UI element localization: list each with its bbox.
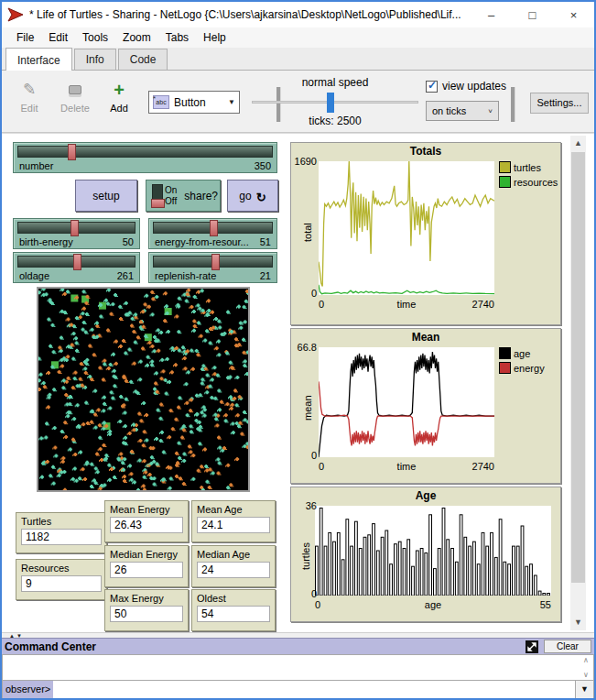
menu-tabs[interactable]: Tabs [158,29,196,46]
speed-slider[interactable] [252,101,418,104]
menu-tools[interactable]: Tools [75,29,115,46]
maximize-button[interactable]: □ [512,2,553,27]
slider-label: number [19,160,53,171]
legend-label: age [514,348,530,359]
tab-bar: Interface Info Code [2,48,594,71]
observer-prompt: observer> [3,681,53,698]
clear-button[interactable]: Clear [544,640,591,653]
y-axis-label: mean [302,395,313,421]
go-button[interactable]: go ↻ [227,180,278,212]
menu-help[interactable]: Help [196,29,233,46]
view-updates-checkbox[interactable]: view updates [426,80,506,93]
monitor-mean-age: Mean Age 24.1 [191,500,276,542]
plot-title: Mean [291,329,560,344]
vertical-scrollbar[interactable]: ▲ ▼ [570,136,586,630]
slider-label: birth-energy [19,236,73,247]
widget-type-dropdown[interactable]: abc Button ▼ [148,91,240,114]
delete-widget-button[interactable]: Delete [55,80,95,114]
command-center-splitter[interactable]: ▲▼ [2,632,594,638]
slider-energy-from-resource[interactable]: energy-from-resour...51 [148,218,277,249]
tab-code[interactable]: Code [118,49,168,70]
switch-name: share? [184,190,218,202]
add-widget-button[interactable]: + Add [99,80,139,114]
command-center-output[interactable]: ∧ ∨ [2,654,594,681]
window-title: * Life of Turtles - Sharing - NetLogo {C… [29,8,461,21]
close-button[interactable]: × [553,2,594,27]
legend-swatch [499,161,511,173]
legend-swatch [499,362,511,374]
slider-oldage[interactable]: oldage261 [13,252,140,283]
share-switch[interactable]: On Off share? [146,180,221,212]
x-axis-label: age [315,599,551,610]
command-input[interactable] [53,681,575,698]
slider-handle[interactable] [211,254,220,270]
slider-handle[interactable] [210,220,218,236]
world-canvas[interactable] [38,289,248,490]
tab-interface[interactable]: Interface [5,48,72,71]
edit-widget-button[interactable]: ✎ Edit [9,80,49,114]
netlogo-logo-icon [7,7,24,22]
switch-track[interactable] [152,184,163,208]
y-axis-min: 0 [293,450,317,461]
monitor-oldest: Oldest 54 [191,589,276,631]
y-axis-max: 1690 [293,156,317,167]
netlogo-window: * Life of Turtles - Sharing - NetLogo {C… [0,0,596,700]
button-widget-icon: abc [153,95,169,109]
monitor-resources: Resources 9 [16,559,107,600]
legend-label: energy [514,363,545,374]
scroll-up-icon[interactable]: ▲ [570,136,586,151]
slider-replenish-rate[interactable]: replenish-rate21 [148,252,277,283]
slider-birth-energy[interactable]: birth-energy50 [13,218,140,249]
slider-value: 261 [117,270,134,281]
monitor-turtles: Turtles 1182 [16,512,107,553]
splitter-arrows-icon[interactable]: ▲▼ [9,633,24,639]
scroll-down-icon[interactable]: ∨ [583,671,589,679]
expand-icon[interactable] [526,640,538,653]
update-mode-dropdown[interactable]: on ticks ˅ [426,101,499,121]
scrollbar-thumb[interactable] [571,152,585,583]
scroll-down-icon[interactable]: ▼ [570,615,586,630]
monitor-median-energy: Median Energy 26 [104,545,189,587]
scroll-up-icon[interactable]: ∧ [583,656,589,664]
settings-button[interactable]: Settings... [530,93,589,114]
slider-handle[interactable] [70,220,79,236]
monitor-value: 54 [197,606,270,622]
tab-info[interactable]: Info [74,49,116,70]
title-bar: * Life of Turtles - Sharing - NetLogo {C… [2,2,594,27]
output-scrollbar[interactable]: ∧ ∨ [580,655,592,680]
toolbar: ✎ Edit Delete + Add abc Button ▼ normal … [2,71,594,133]
plot-mean: Mean 66.8 0 mean 0 time 2740 ageenergy [290,328,561,484]
plot-totals: Totals 1690 0 total 0 time 2740 turtlesr… [290,142,561,325]
setup-button[interactable]: setup [75,180,137,212]
switch-on-label: On [165,185,177,196]
legend-label: turtles [514,162,541,173]
legend-swatch [499,176,511,188]
speed-slider-thumb[interactable] [327,93,334,113]
monitor-value: 1182 [21,529,102,545]
legend-label: resources [514,177,558,188]
plot-age: Age 36 0 turtles 0 age 55 [290,487,561,622]
y-axis-label: total [302,223,313,242]
menu-zoom[interactable]: Zoom [115,29,158,46]
monitor-value: 26 [110,562,183,578]
switch-handle[interactable] [151,199,165,208]
switch-off-label: Off [165,196,177,207]
toolbar-separator [511,87,515,122]
y-axis-label: turtles [300,542,311,570]
slider-handle[interactable] [68,144,76,160]
menu-edit[interactable]: Edit [41,29,75,46]
checkbox-checked-icon[interactable] [426,81,438,93]
slider-value: 21 [260,270,271,281]
menu-file[interactable]: File [9,29,41,46]
minimize-button[interactable]: – [471,2,512,27]
plot-title: Totals [291,143,560,158]
slider-number[interactable]: number350 [13,142,277,173]
ticks-counter: ticks: 2500 [252,115,418,127]
legend-swatch [499,347,511,359]
monitor-value: 50 [110,606,183,622]
history-dropdown-icon[interactable]: ▼ [575,681,593,698]
world-view[interactable] [37,287,250,492]
slider-label: oldage [19,270,49,281]
monitor-value: 24 [197,562,270,578]
slider-handle[interactable] [73,254,81,270]
